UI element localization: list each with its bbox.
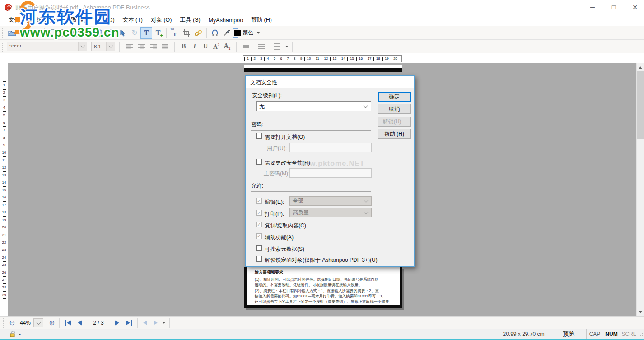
main-toolbar: ↻ T T + 1²³ T 颜色: [0, 26, 644, 39]
add-text-button[interactable]: T +: [152, 27, 164, 39]
font-family-dropdown[interactable]: [78, 42, 87, 51]
open-button[interactable]: [7, 27, 19, 39]
extract-page-button[interactable]: [70, 27, 82, 39]
bold-button[interactable]: B: [178, 43, 189, 50]
color-picker-button[interactable]: 颜色: [234, 29, 253, 37]
subscript-button[interactable]: A2: [222, 42, 233, 51]
minimize-icon[interactable]: ─: [586, 3, 599, 12]
section-divider: [251, 130, 371, 131]
vertical-ruler-scale: 1234567891011121314151617181920212223242…: [0, 81, 8, 299]
scrollbar-thumb[interactable]: [637, 71, 644, 139]
ruler-number: 16: [2, 196, 6, 199]
align-left-button[interactable]: [124, 41, 135, 52]
help-button[interactable]: 帮助 (H): [378, 129, 411, 139]
font-size-dropdown[interactable]: [106, 42, 115, 51]
menu-view[interactable]: 视图 (V): [61, 15, 90, 25]
underline-button[interactable]: U: [200, 43, 211, 50]
open-folder-icon: [8, 29, 17, 37]
line-spacing-medium-icon: [258, 43, 265, 50]
line-spacing-dropdown-icon[interactable]: [285, 46, 288, 47]
history-forward-button: [154, 321, 158, 325]
close-icon[interactable]: ✕: [628, 3, 642, 12]
align-justify-button[interactable]: [159, 41, 171, 52]
align-right-button[interactable]: [147, 41, 159, 52]
zoom-out-icon[interactable]: ⊖: [7, 319, 17, 327]
hand-tool-button[interactable]: [93, 27, 105, 39]
ok-button[interactable]: 确定: [378, 92, 411, 102]
dialog-title-bar[interactable]: 文档安全性: [246, 76, 414, 88]
menu-object[interactable]: 对象 (O): [147, 15, 176, 25]
searchable-metadata-label[interactable]: 可搜索元数据(S): [265, 246, 304, 253]
scroll-down-icon[interactable]: [639, 311, 642, 313]
ruler-tick: [330, 57, 331, 61]
cancel-button[interactable]: 取消: [378, 104, 411, 114]
line-spacing-medium-button[interactable]: [256, 41, 267, 52]
link-tool-button[interactable]: [192, 27, 204, 39]
toolbar-drag-handle[interactable]: [2, 42, 5, 52]
maximize-icon[interactable]: □: [607, 3, 621, 12]
zoom-tool-button[interactable]: [105, 27, 117, 39]
first-page-button[interactable]: [65, 320, 71, 326]
italic-button[interactable]: I: [189, 43, 200, 50]
unlock-objects-checkbox[interactable]: [256, 256, 262, 262]
dialog-title: 文档安全性: [250, 79, 277, 86]
previous-page-button[interactable]: [78, 320, 82, 326]
format-toolbar: ???? 8.1 B I U A2 A2: [0, 39, 644, 53]
require-change-checkbox[interactable]: [256, 159, 262, 165]
page-tools-dropdown-icon[interactable]: [84, 32, 87, 34]
security-level-select[interactable]: 无: [256, 101, 371, 111]
menu-file[interactable]: 文件 (F): [5, 15, 33, 25]
crop-tool-button[interactable]: [181, 27, 192, 39]
eyedropper-tool-button[interactable]: [221, 27, 233, 39]
allow-edit-label: 编辑(E):: [265, 198, 284, 206]
last-page-button[interactable]: [126, 320, 132, 326]
toolbar-drag-handle[interactable]: [2, 28, 5, 38]
rotate-tool-button[interactable]: ↻: [129, 27, 140, 39]
toolbar-drag-handle[interactable]: [3, 318, 5, 328]
menu-help[interactable]: 帮助 (H): [247, 15, 276, 25]
next-page-button[interactable]: [115, 320, 119, 326]
vertical-scrollbar[interactable]: [636, 63, 644, 316]
require-open-label[interactable]: 需要打开文档(O): [265, 133, 305, 141]
font-size-select[interactable]: 8.1: [91, 42, 115, 51]
require-open-checkbox[interactable]: [256, 133, 262, 139]
ruler-number: 10: [2, 151, 6, 155]
menu-text[interactable]: 文本 (T): [119, 15, 147, 25]
line-spacing-tight-button[interactable]: [240, 41, 252, 52]
unlock-objects-label[interactable]: 解锁锁定的对象(仅限于 Ashampoo PDF 3+)(U): [265, 256, 378, 264]
line-spacing-loose-button[interactable]: [271, 41, 283, 52]
resize-grip[interactable]: [638, 329, 644, 339]
page-text-line: 接输入所需要的代码。如01001—现本月打印费。输入摘要和01001即可：3、: [255, 293, 400, 299]
history-dropdown-icon[interactable]: [163, 322, 165, 324]
ruler-tick: [298, 57, 298, 61]
document-canvas[interactable]: 输入事项和要求 (1)、制证时间。可以点击时间控件。选择制证日期。凭证编号是系统…: [8, 63, 636, 316]
allow-copy-label: 复制/提取内容(C): [265, 222, 306, 230]
zoom-dropdown[interactable]: [33, 318, 43, 327]
searchable-metadata-checkbox[interactable]: [256, 245, 262, 251]
align-right-icon: [149, 43, 157, 49]
color-dropdown-icon[interactable]: [257, 32, 260, 34]
ruler-tick: [3, 81, 6, 82]
select-tool-button[interactable]: [117, 27, 129, 39]
menu-tools[interactable]: 工具 (S): [176, 15, 205, 25]
superscript-button[interactable]: A2: [211, 42, 222, 51]
align-center-button[interactable]: [135, 41, 147, 52]
text-tool-button[interactable]: T: [140, 27, 152, 39]
ruler-number: 4: [3, 106, 5, 109]
menu-document[interactable]: 文档 (D): [90, 15, 119, 25]
new-page-button[interactable]: [47, 27, 59, 39]
zoom-in-icon[interactable]: ⊕: [47, 319, 57, 327]
menu-myashampoo[interactable]: MyAshampoo: [205, 16, 247, 25]
resize-grip-icon: [639, 332, 643, 336]
save-button[interactable]: [19, 27, 30, 39]
ruler-tick: [3, 231, 6, 231]
curve-tool-button[interactable]: [209, 27, 221, 39]
print-button[interactable]: [30, 27, 42, 39]
ruler-number: 16: [359, 57, 363, 61]
insert-page-button[interactable]: [59, 27, 70, 39]
ruler-number: 23: [2, 248, 6, 252]
font-family-select[interactable]: ????: [7, 42, 87, 51]
numbering-tool-button[interactable]: 1²³ T: [169, 27, 181, 39]
menu-edit[interactable]: 编辑 (E): [33, 15, 61, 25]
scroll-up-icon[interactable]: [639, 66, 642, 69]
